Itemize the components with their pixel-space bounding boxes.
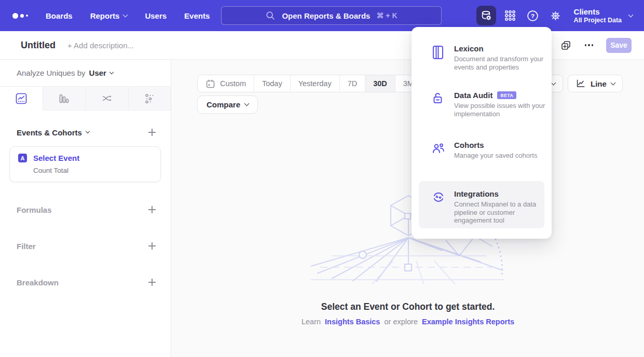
range-label: Yesterday bbox=[298, 79, 332, 88]
add-event-button[interactable] bbox=[148, 128, 156, 136]
project-name: Clients bbox=[574, 7, 622, 17]
add-breakdown-button[interactable] bbox=[148, 278, 156, 286]
add-formula-button[interactable] bbox=[148, 205, 156, 214]
breakdown-label: Breakdown bbox=[17, 278, 59, 287]
beta-badge: BETA bbox=[497, 91, 516, 99]
duplicate-icon bbox=[560, 39, 572, 51]
grid-icon bbox=[504, 9, 516, 22]
data-management-button[interactable] bbox=[476, 6, 496, 25]
learn-prefix: Learn bbox=[302, 318, 321, 326]
range-7d[interactable]: 7D bbox=[340, 75, 366, 92]
chevron-down-icon bbox=[551, 80, 556, 85]
add-description-field[interactable]: + Add description... bbox=[67, 41, 134, 50]
select-event-button[interactable]: Select Event bbox=[33, 154, 79, 162]
nav-item-label: Reports bbox=[90, 11, 120, 20]
search-icon bbox=[265, 10, 276, 21]
empty-state-subtitle: Learn Insights Basics or explore Example… bbox=[172, 318, 644, 326]
lexicon-icon bbox=[432, 45, 444, 60]
chevron-down-icon bbox=[244, 101, 250, 106]
filter-section: Filter bbox=[17, 238, 156, 254]
menu-item-description: View possible issues with your implement… bbox=[454, 102, 551, 118]
chevron-down-icon bbox=[123, 12, 128, 17]
global-search-input[interactable]: Open Reports & Boards ⌘ + K bbox=[221, 6, 442, 25]
connector-text: or explore bbox=[384, 318, 417, 326]
nav-item-users[interactable]: Users bbox=[145, 11, 167, 20]
nav-item-events[interactable]: Events bbox=[184, 11, 210, 20]
help-button[interactable]: ? bbox=[524, 7, 542, 24]
range-30d[interactable]: 30D bbox=[365, 75, 395, 92]
save-button[interactable]: Save bbox=[606, 38, 632, 53]
svg-text:?: ? bbox=[531, 12, 535, 19]
more-actions-button[interactable] bbox=[583, 39, 595, 51]
search-shortcut: ⌘ + K bbox=[376, 11, 397, 20]
apps-grid-button[interactable] bbox=[501, 7, 519, 24]
flow-icon bbox=[101, 93, 113, 104]
duplicate-button[interactable] bbox=[559, 39, 572, 51]
report-title[interactable]: Untitled bbox=[21, 40, 56, 51]
filter-label: Filter bbox=[17, 242, 36, 251]
chevron-down-icon bbox=[628, 12, 634, 17]
example-reports-link[interactable]: Example Insights Reports bbox=[422, 318, 514, 326]
events-cohorts-header: Events & Cohorts bbox=[17, 126, 156, 139]
menu-item-integrations-highlight[interactable]: Integrations Connect Mixpanel to a data … bbox=[419, 181, 544, 228]
tab-bar-chart[interactable] bbox=[43, 87, 86, 111]
chevron-down-icon bbox=[610, 80, 615, 85]
menu-item-data-audit[interactable]: Data Audit BETA View possible issues wit… bbox=[412, 91, 552, 118]
settings-button[interactable] bbox=[547, 7, 565, 24]
event-aggregation-dropdown[interactable]: Count Total bbox=[33, 167, 152, 174]
events-cohorts-toggle[interactable]: Events & Cohorts bbox=[17, 128, 89, 137]
tab-metrics[interactable] bbox=[129, 87, 171, 111]
report-canvas: Custom Today Yesterday 7D 30D 3M 6M 12M … bbox=[172, 60, 644, 357]
event-letter-badge: A bbox=[18, 154, 27, 162]
menu-item-description: Manage your saved cohorts bbox=[454, 152, 551, 160]
menu-item-integrations[interactable]: Integrations Connect Mixpanel to a data … bbox=[419, 189, 544, 225]
tab-line-chart[interactable] bbox=[0, 87, 43, 111]
add-filter-button[interactable] bbox=[148, 242, 156, 250]
menu-item-title: Data Audit bbox=[454, 91, 492, 100]
database-gear-icon bbox=[480, 9, 492, 22]
project-switcher[interactable]: Clients All Project Data bbox=[574, 7, 633, 24]
nav-item-reports[interactable]: Reports bbox=[90, 11, 128, 20]
chart-type-tabs bbox=[0, 86, 171, 111]
range-label: Custom bbox=[220, 79, 246, 88]
line-chart-icon bbox=[576, 78, 586, 89]
chart-type-label: Line bbox=[591, 79, 607, 88]
integrations-sync-icon bbox=[432, 190, 445, 204]
nav-right-cluster: ? Clients All Project Data bbox=[471, 0, 644, 31]
range-label: Today bbox=[262, 79, 282, 88]
menu-item-title: Cohorts bbox=[454, 141, 484, 149]
range-today[interactable]: Today bbox=[254, 75, 291, 92]
formulas-label: Formulas bbox=[17, 205, 52, 214]
range-custom[interactable]: Custom bbox=[198, 75, 254, 92]
menu-item-lexicon[interactable]: Lexicon Document and transform your even… bbox=[412, 44, 552, 71]
breakdown-section: Breakdown bbox=[17, 274, 156, 290]
chevron-down-icon bbox=[86, 129, 90, 133]
compare-button[interactable]: Compare bbox=[197, 95, 258, 114]
chevron-down-icon bbox=[109, 70, 114, 74]
analyze-label: Analyze Uniques by bbox=[17, 68, 86, 77]
top-nav: Boards Reports Users Events Open Reports… bbox=[0, 0, 644, 31]
line-chart-icon bbox=[16, 93, 27, 104]
range-label: 7D bbox=[348, 79, 358, 88]
mixpanel-logo[interactable] bbox=[12, 13, 28, 19]
events-cohorts-label: Events & Cohorts bbox=[17, 128, 82, 137]
tab-flow-chart[interactable] bbox=[86, 87, 129, 111]
chart-type-dropdown[interactable]: Line bbox=[568, 75, 623, 92]
lock-icon bbox=[432, 92, 444, 105]
analyze-row: Analyze Uniques by User bbox=[0, 60, 171, 86]
cohorts-people-icon bbox=[432, 142, 445, 155]
calendar-icon bbox=[205, 79, 215, 89]
analyze-entity-dropdown[interactable]: User bbox=[89, 68, 113, 77]
search-placeholder: Open Reports & Boards bbox=[282, 11, 370, 20]
metrics-dots-icon bbox=[144, 93, 155, 104]
event-card[interactable]: A Select Event Count Total bbox=[9, 146, 161, 182]
range-label: 30D bbox=[373, 79, 387, 88]
nav-item-label: Boards bbox=[46, 11, 73, 20]
insights-basics-link[interactable]: Insights Basics bbox=[325, 318, 380, 326]
query-sidebar: Analyze Uniques by User bbox=[0, 60, 171, 357]
range-yesterday[interactable]: Yesterday bbox=[291, 75, 340, 92]
nav-item-boards[interactable]: Boards bbox=[46, 11, 73, 20]
analyze-entity-value: User bbox=[89, 68, 106, 77]
menu-item-title: Lexicon bbox=[454, 44, 484, 53]
menu-item-cohorts[interactable]: Cohorts Manage your saved cohorts bbox=[412, 141, 552, 160]
